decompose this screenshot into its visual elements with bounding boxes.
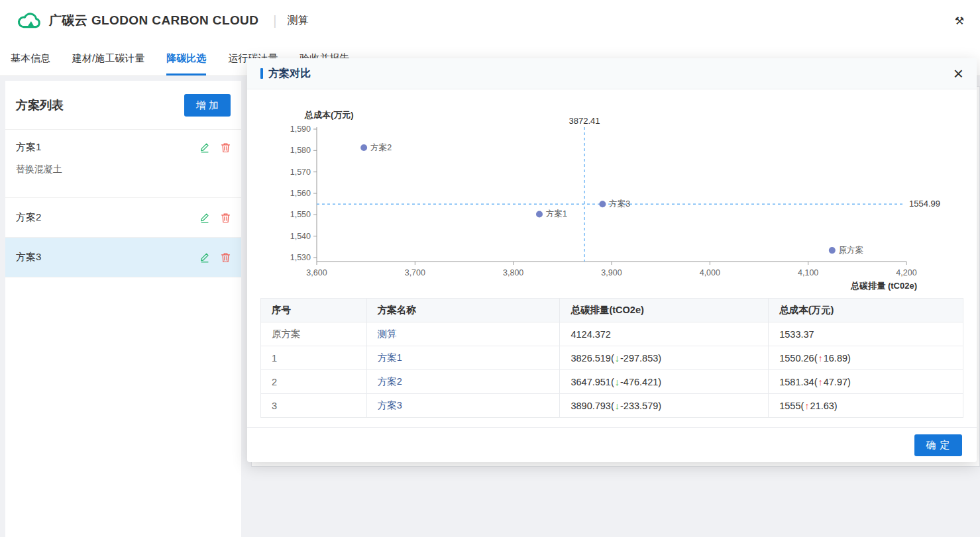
scatter-point [829, 247, 836, 254]
brand-name: 广碳云 GLODON CARBON CLOUD [49, 12, 258, 29]
plan-list-panel: 方案列表 增 加 方案1 替换混凝土 方案2 [5, 81, 241, 537]
col-header-index: 序号 [261, 299, 367, 322]
modal-title: 方案对比 [268, 67, 311, 81]
cell-cost: 1533.37 [769, 322, 963, 346]
cell-plan-name: 方案3 [366, 394, 560, 418]
top-bar: 广碳云 GLODON CARBON CLOUD | 测算 ⚒ [0, 0, 980, 41]
y-tick-label: 1,570 [290, 168, 311, 177]
crosshair-x-value-label: 3872.41 [569, 116, 600, 126]
cell-index: 3 [261, 394, 367, 418]
plan-comparison-modal: 方案对比 × 1,5301,5401,5501,5601,5701,5801,5… [247, 58, 977, 462]
cell-emission: 3890.793(↓-233.579) [560, 394, 769, 418]
scatter-point-label: 方案2 [370, 143, 392, 152]
plan-list-item[interactable]: 方案1 替换混凝土 [5, 130, 241, 198]
tab-basic-info[interactable]: 基本信息 [11, 41, 50, 75]
close-icon[interactable]: × [953, 65, 963, 82]
x-tick-label: 4,100 [798, 268, 818, 277]
decrease-arrow-icon: ↓ [614, 353, 620, 364]
cell-emission: 3826.519(↓-297.853) [560, 346, 769, 370]
plan-name: 方案2 [16, 211, 41, 224]
scatter-point-label: 原方案 [839, 246, 864, 255]
plan-name: 方案3 [16, 251, 41, 264]
scatter-point-label: 方案3 [609, 199, 630, 209]
scatter-point [536, 211, 543, 217]
delete-icon[interactable] [221, 142, 231, 153]
tools-icon[interactable]: ⚒ [955, 15, 964, 27]
plan-description: 替换混凝土 [16, 164, 231, 175]
cell-cost: 1555(↑21.63) [769, 394, 963, 418]
increase-arrow-icon: ↑ [817, 377, 823, 387]
comparison-table-row: 2方案23647.951(↓-476.421)1581.34(↑47.97) [261, 370, 963, 394]
scatter-point [360, 144, 367, 151]
plan-panel-title: 方案列表 [16, 97, 64, 113]
header-divider: | [273, 13, 276, 28]
y-tick-label: 1,590 [290, 124, 311, 134]
tab-carbon-reduction-comparison[interactable]: 降碳比选 [166, 41, 206, 75]
title-accent-bar [260, 68, 263, 79]
comparison-table-row: 原方案测算4124.3721533.37 [261, 322, 963, 346]
y-axis-title: 总成本(万元) [304, 110, 354, 120]
x-tick-label: 4,200 [896, 268, 916, 277]
x-tick-label: 4,000 [700, 268, 720, 277]
cell-plan-name: 测算 [366, 322, 560, 346]
cell-index: 原方案 [261, 322, 367, 346]
modal-footer: 确 定 [247, 427, 977, 462]
x-tick-label: 3,700 [405, 268, 425, 277]
x-tick-label: 3,900 [601, 268, 622, 277]
cell-cost: 1581.34(↑47.97) [769, 370, 963, 394]
plan-name: 方案1 [16, 141, 41, 154]
delete-icon[interactable] [221, 252, 231, 263]
col-header-emission: 总碳排量(tCO2e) [560, 299, 769, 322]
modal-header: 方案对比 × [247, 58, 977, 89]
y-tick-label: 1,550 [290, 210, 311, 219]
x-tick-label: 3,600 [306, 268, 327, 277]
delete-icon[interactable] [221, 213, 231, 223]
confirm-button[interactable]: 确 定 [914, 434, 962, 456]
cell-index: 2 [261, 370, 367, 394]
cell-emission: 3647.951(↓-476.421) [560, 370, 769, 394]
col-header-cost: 总成本(万元) [769, 299, 963, 322]
increase-arrow-icon: ↑ [804, 401, 810, 411]
scatter-point-label: 方案1 [546, 209, 567, 219]
col-header-plan-name: 方案名称 [366, 299, 560, 322]
comparison-table-row: 1方案13826.519(↓-297.853)1550.26(↑16.89) [261, 346, 963, 370]
comparison-table-header-row: 序号 方案名称 总碳排量(tCO2e) 总成本(万元) [261, 299, 963, 322]
decrease-arrow-icon: ↓ [614, 377, 620, 387]
logo-cloud-icon [16, 10, 42, 32]
edit-icon[interactable] [199, 252, 210, 263]
tab-material-carbon[interactable]: 建材/施工碳计量 [72, 41, 144, 75]
increase-arrow-icon: ↑ [817, 353, 823, 364]
page-title: 测算 [288, 14, 309, 28]
cell-cost: 1550.26(↑16.89) [769, 346, 963, 370]
edit-icon[interactable] [199, 142, 210, 153]
edit-icon[interactable] [199, 212, 210, 223]
y-tick-label: 1,560 [290, 189, 311, 198]
plan-list-item[interactable]: 方案3 [5, 238, 241, 277]
decrease-arrow-icon: ↓ [614, 401, 620, 411]
brand: 广碳云 GLODON CARBON CLOUD [16, 10, 258, 32]
y-tick-label: 1,530 [290, 253, 311, 262]
plan-list-item[interactable]: 方案2 [5, 198, 241, 238]
cell-emission: 4124.372 [560, 322, 769, 346]
x-tick-label: 3,800 [503, 268, 523, 277]
cell-plan-name: 方案1 [366, 346, 560, 370]
cell-index: 1 [261, 346, 367, 370]
comparison-table: 序号 方案名称 总碳排量(tCO2e) 总成本(万元) 原方案测算4124.37… [260, 298, 963, 418]
scatter-point [599, 201, 606, 207]
comparison-scatter-chart: 1,5301,5401,5501,5601,5701,5801,5903,600… [247, 89, 977, 297]
plan-panel-header: 方案列表 增 加 [5, 81, 241, 130]
comparison-table-row: 3方案33890.793(↓-233.579)1555(↑21.63) [261, 394, 963, 418]
add-plan-button[interactable]: 增 加 [184, 94, 231, 117]
crosshair-y-value-label: 1554.99 [909, 199, 940, 209]
y-tick-label: 1,540 [290, 232, 311, 241]
cell-plan-name: 方案2 [366, 370, 560, 394]
y-tick-label: 1,580 [290, 146, 311, 155]
x-axis-title: 总碳排量 (tC02e) [850, 281, 917, 291]
